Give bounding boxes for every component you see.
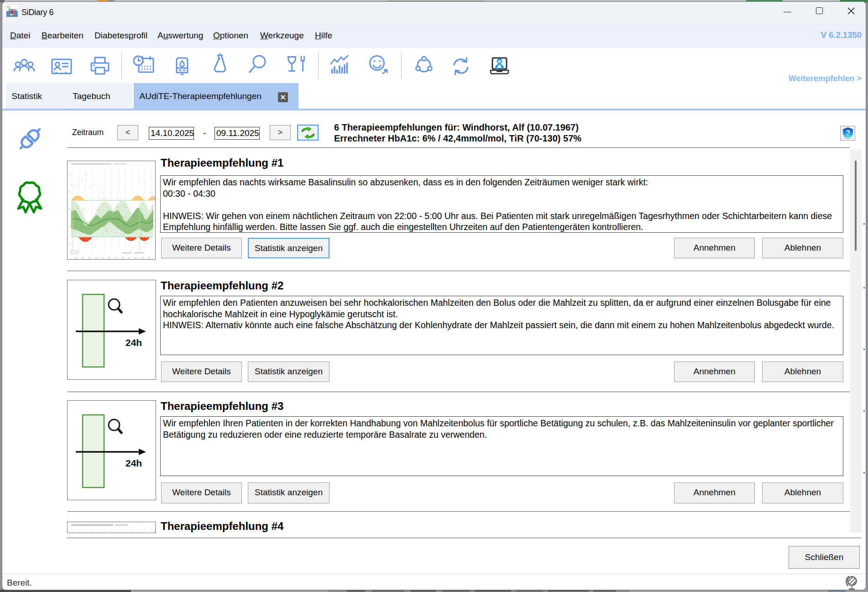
svg-text:24h: 24h <box>125 458 142 468</box>
svg-text:24h: 24h <box>125 337 142 348</box>
svg-text:Diary: Diary <box>9 8 17 12</box>
svg-text:?: ? <box>845 129 850 137</box>
